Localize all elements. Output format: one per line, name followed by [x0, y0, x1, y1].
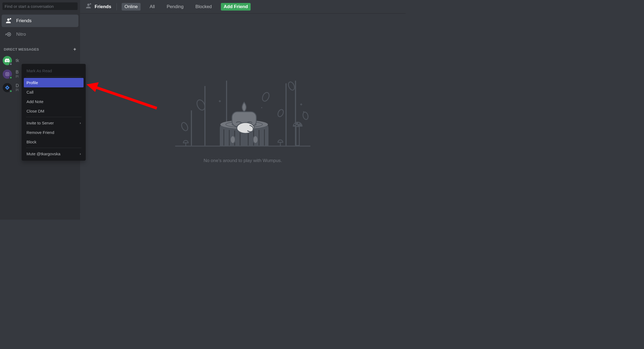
svg-point-17: [302, 111, 309, 120]
svg-point-16: [277, 109, 284, 118]
avatar: [3, 70, 12, 79]
svg-rect-24: [296, 127, 299, 146]
svg-rect-3: [5, 34, 7, 34]
divider: [26, 77, 81, 77]
create-dm-icon[interactable]: +: [73, 47, 76, 52]
empty-state-text: No one's around to play with Wumpus.: [204, 158, 282, 163]
svg-point-15: [180, 121, 189, 131]
chevron-right-icon: ›: [80, 152, 81, 156]
svg-point-0: [10, 18, 11, 19]
dm-name: tk: [16, 58, 19, 63]
add-friend-button[interactable]: Add Friend: [221, 3, 251, 11]
dm-subtitle: Pl: [16, 75, 19, 78]
svg-point-23: [296, 125, 298, 126]
svg-point-7: [90, 3, 91, 5]
divider: [117, 3, 117, 10]
sidebar-item-label: Nitro: [16, 32, 26, 37]
menu-add-note[interactable]: Add Note: [24, 97, 84, 106]
svg-point-22: [298, 123, 300, 124]
dm-subtitle: Pl: [16, 88, 19, 92]
nitro-icon: [5, 31, 12, 38]
friends-icon: [5, 17, 12, 24]
svg-rect-4: [5, 35, 6, 35]
divider: [26, 117, 81, 117]
friends-icon: [85, 2, 92, 11]
page-title: Friends: [95, 4, 111, 9]
svg-point-6: [7, 74, 8, 75]
dm-section-header: DIRECT MESSAGES: [4, 47, 39, 51]
chevron-right-icon: ›: [80, 121, 81, 125]
svg-rect-5: [6, 73, 9, 76]
sidebar-item-label: Friends: [16, 18, 32, 24]
menu-mark-as-read: Mark As Read: [24, 66, 84, 75]
svg-point-41: [230, 136, 235, 143]
main-content: Friends Online All Pending Blocked Add F…: [80, 0, 406, 220]
menu-close-dm[interactable]: Close DM: [24, 106, 84, 116]
divider: [26, 148, 81, 148]
svg-point-14: [261, 91, 270, 102]
dm-name: B: [16, 70, 19, 75]
tab-pending[interactable]: Pending: [164, 3, 186, 11]
menu-invite-to-server[interactable]: Invite to Server ›: [24, 118, 84, 128]
search-input[interactable]: [2, 2, 78, 10]
menu-block[interactable]: Block: [24, 137, 84, 147]
svg-point-42: [253, 136, 258, 143]
sidebar-item-friends[interactable]: Friends: [2, 15, 78, 27]
menu-profile[interactable]: Profile: [24, 78, 84, 87]
svg-point-21: [294, 124, 296, 125]
avatar: [3, 56, 12, 65]
header: Friends Online All Pending Blocked Add F…: [80, 0, 406, 14]
menu-mute[interactable]: Mute @tkargovska ›: [24, 149, 84, 159]
svg-point-20: [303, 111, 304, 112]
tab-all[interactable]: All: [147, 3, 158, 11]
context-menu: Mark As Read Profile Call Add Note Close…: [22, 64, 86, 161]
dm-name: D: [16, 83, 19, 88]
wumpus-illustration: [172, 70, 313, 148]
sidebar-item-nitro[interactable]: Nitro: [2, 28, 78, 41]
menu-call[interactable]: Call: [24, 87, 84, 97]
svg-point-18: [287, 81, 296, 91]
svg-point-2: [8, 34, 9, 35]
avatar: [3, 83, 12, 92]
tab-blocked[interactable]: Blocked: [193, 3, 214, 11]
menu-remove-friend[interactable]: Remove Friend: [24, 128, 84, 137]
svg-point-19: [261, 107, 262, 108]
tab-online[interactable]: Online: [122, 3, 140, 11]
